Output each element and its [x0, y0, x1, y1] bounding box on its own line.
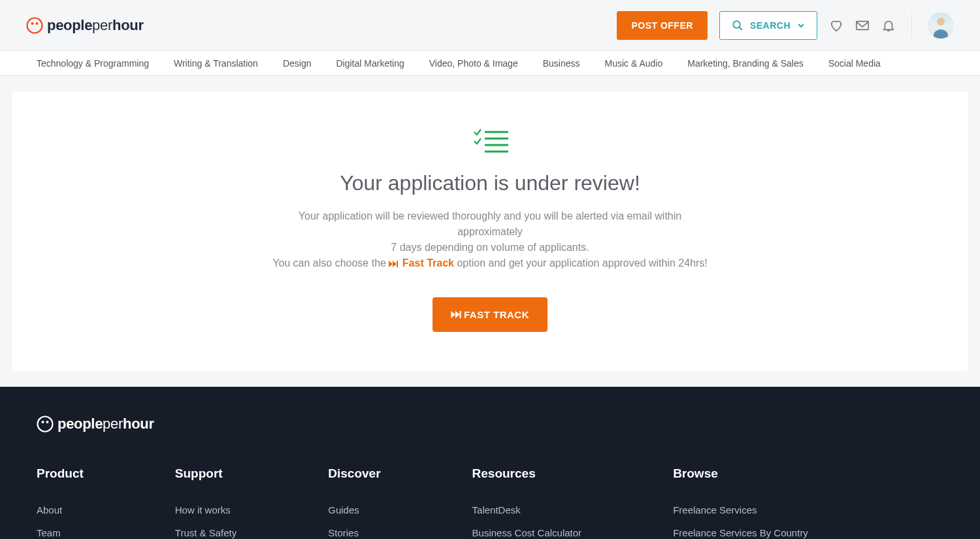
footer-link-talentdesk[interactable]: TalentDesk [472, 504, 582, 515]
svg-point-2 [36, 22, 39, 25]
nav-item-video[interactable]: Video, Photo & Image [429, 58, 518, 69]
nav-item-social[interactable]: Social Media [828, 58, 881, 69]
fast-track-link[interactable]: Fast Track [389, 257, 454, 269]
main-content: Your application is under review! Your a… [0, 76, 980, 387]
messages-button[interactable] [855, 18, 870, 33]
nav-item-design[interactable]: Design [283, 58, 312, 69]
footer-columns: Product About Team Careers Support How i… [37, 466, 943, 539]
svg-point-18 [46, 421, 49, 423]
footer-col-resources: Resources TalentDesk Business Cost Calcu… [472, 466, 582, 539]
status-line3-post: option and get your application approved… [454, 257, 708, 269]
svg-point-0 [27, 18, 42, 33]
nav-item-technology[interactable]: Technology & Programming [37, 58, 149, 69]
logo-text: peopleperhour [47, 17, 144, 34]
footer-logo-text: peopleperhour [57, 416, 154, 433]
footer-col-title: Discover [328, 466, 380, 481]
nav-item-business[interactable]: Business [543, 58, 580, 69]
search-label: SEARCH [750, 20, 791, 31]
main-header: peopleperhour POST OFFER SEARCH [0, 0, 980, 51]
footer-link-trust-safety[interactable]: Trust & Safety [175, 527, 237, 538]
header-right: POST OFFER SEARCH [617, 11, 954, 40]
site-footer: peopleperhour Product About Team Careers… [0, 387, 980, 539]
logo-icon [26, 17, 43, 34]
envelope-icon [855, 18, 870, 33]
status-line2: 7 days depending on volume of applicants… [391, 242, 589, 253]
header-divider [911, 13, 912, 38]
category-nav: Technology & Programming Writing & Trans… [0, 51, 980, 76]
checklist-icon [470, 128, 510, 155]
fast-track-button[interactable]: FAST TRACK [433, 297, 547, 332]
footer-col-discover: Discover Guides Stories News [328, 466, 380, 539]
nav-item-marketing[interactable]: Marketing, Branding & Sales [687, 58, 803, 69]
nav-item-writing[interactable]: Writing & Translation [174, 58, 258, 69]
status-line3-pre: You can also choose the [272, 257, 389, 269]
footer-col-title: Product [37, 466, 84, 481]
footer-col-title: Support [175, 466, 237, 481]
user-avatar[interactable] [928, 12, 954, 39]
logo[interactable]: peopleperhour [26, 17, 144, 34]
favorites-button[interactable] [829, 18, 843, 33]
logo-icon [37, 416, 54, 433]
svg-point-17 [42, 421, 44, 423]
search-icon [732, 20, 743, 31]
svg-line-4 [739, 27, 742, 30]
nav-item-digital-marketing[interactable]: Digital Marketing [336, 58, 404, 69]
notifications-button[interactable] [881, 18, 896, 33]
footer-col-title: Browse [673, 466, 808, 481]
header-left: peopleperhour [26, 17, 144, 34]
footer-col-product: Product About Team Careers [37, 466, 84, 539]
footer-link-business-cost[interactable]: Business Cost Calculator [472, 527, 582, 538]
status-line1: Your application will be reviewed thorou… [299, 210, 681, 237]
footer-link-about[interactable]: About [37, 504, 84, 515]
fast-forward-icon [389, 260, 398, 268]
svg-rect-15 [459, 311, 461, 318]
footer-logo[interactable]: peopleperhour [37, 416, 943, 433]
svg-rect-12 [397, 261, 398, 267]
svg-point-16 [38, 417, 53, 432]
heart-icon [829, 18, 843, 33]
svg-marker-11 [393, 261, 397, 267]
nav-item-music[interactable]: Music & Audio [605, 58, 663, 69]
svg-marker-14 [455, 311, 460, 318]
bell-icon [881, 18, 896, 33]
svg-point-1 [31, 22, 34, 25]
chevron-down-icon [797, 22, 805, 29]
svg-marker-10 [389, 261, 393, 267]
fast-forward-icon [451, 310, 461, 319]
footer-link-team[interactable]: Team [37, 527, 84, 538]
footer-link-freelance-country[interactable]: Freelance Services By Country [673, 527, 808, 538]
svg-point-3 [733, 21, 740, 28]
page-title: Your application is under review! [38, 171, 942, 195]
fast-track-button-label: FAST TRACK [464, 309, 529, 320]
footer-col-support: Support How it works Trust & Safety Help… [175, 466, 237, 539]
footer-col-browse: Browse Freelance Services Freelance Serv… [673, 466, 808, 539]
status-description: Your application will be reviewed thorou… [268, 208, 712, 271]
search-button[interactable]: SEARCH [719, 11, 817, 40]
footer-link-how-it-works[interactable]: How it works [175, 504, 237, 515]
footer-link-guides[interactable]: Guides [328, 504, 380, 515]
footer-link-freelance-services[interactable]: Freelance Services [673, 504, 808, 515]
svg-rect-5 [857, 21, 868, 29]
application-status-card: Your application is under review! Your a… [12, 91, 968, 371]
footer-link-stories[interactable]: Stories [328, 527, 380, 538]
svg-marker-13 [451, 311, 455, 318]
post-offer-button[interactable]: POST OFFER [617, 11, 707, 40]
footer-col-title: Resources [472, 466, 582, 481]
